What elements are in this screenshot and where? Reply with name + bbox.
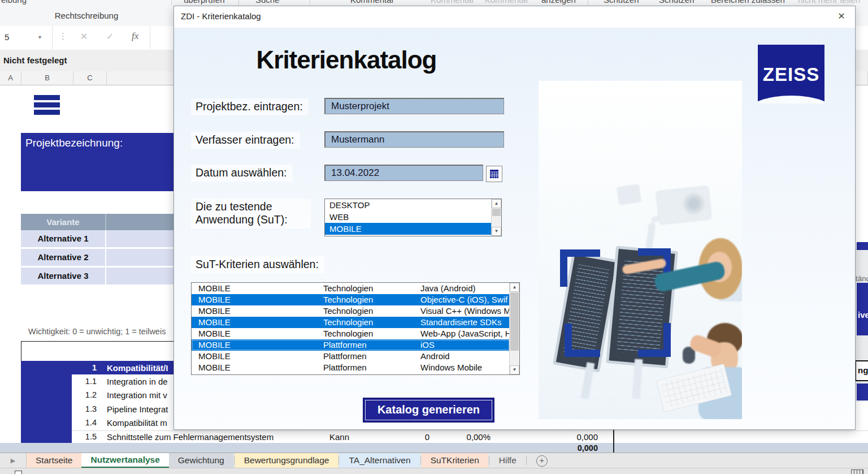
list-item-selected[interactable]: MOBILETechnologienStandardisierte SDKs (192, 317, 510, 328)
kriterien-label: SuT-Kriterien auswählen: (191, 256, 324, 273)
scrollbar-thumb[interactable] (492, 209, 501, 216)
datum-input[interactable] (324, 165, 483, 181)
ribbon-group-rechtschreibung[interactable]: Rechtschreibung (44, 11, 129, 20)
row-value: 0,000 (555, 432, 598, 442)
tab-startseite[interactable]: Startseite (27, 453, 81, 468)
right-fragment-text: tänd (856, 274, 868, 283)
row-label: Pipeline Integrat (97, 404, 168, 414)
row-number: 1.1 (72, 377, 97, 386)
ribbon-label: Bereichen zulassen (711, 0, 785, 5)
list-item-selected-focused[interactable]: MOBILEPlattformeniOS (192, 339, 510, 351)
list-item[interactable]: WEB (325, 211, 492, 223)
ribbon-label: überprüfen (184, 0, 225, 5)
scroll-down-icon[interactable]: ▼ (510, 365, 519, 374)
column-header-b[interactable]: B (21, 71, 73, 85)
more-dots-icon: ⋮ (59, 31, 67, 41)
dialog-body: Kriterienkatalog Projektbez. eintragen: … (174, 28, 855, 429)
variante-table-header: Variante (21, 214, 179, 230)
add-sheet-button[interactable]: + (536, 455, 548, 467)
katalog-generieren-button[interactable]: Katalog generieren (363, 398, 494, 423)
criteria-row: 1.2 Integration mit v (72, 388, 179, 402)
scrollbar-thumb[interactable] (510, 292, 519, 351)
tab-nutzwertanalyse[interactable]: Nutzwertanalyse (81, 453, 168, 468)
alternative-cell: Alternative 1 (21, 230, 106, 247)
scrollbar[interactable]: ▲ ▼ (509, 283, 519, 374)
scroll-up-icon[interactable]: ▲ (510, 283, 519, 292)
total-band: 0,000 (0, 443, 868, 453)
list-item-selected[interactable]: MOBILETechnologienObjective-C (iOS), Swi… (192, 294, 510, 305)
list-item-selected[interactable]: MOBILE (325, 223, 492, 235)
zeiss-logo-text: ZEISS (758, 64, 824, 85)
tab-ta-alternativen[interactable]: TA_Alternativen (340, 453, 419, 468)
scroll-down-icon[interactable]: ▼ (492, 227, 501, 236)
marketing-photo (539, 81, 742, 419)
hamburger-menu-icon[interactable] (34, 95, 60, 115)
ribbon-label: Suche (255, 0, 280, 5)
grid-view-icon[interactable] (851, 469, 863, 474)
accept-icon[interactable]: ✓ (106, 31, 114, 42)
row-number: 1.3 (72, 404, 97, 413)
list-item[interactable]: MOBILEPlattformenAndroid (192, 351, 510, 362)
column-header-c[interactable]: C (73, 71, 107, 85)
projektbezeichnung-box: Projektbezeichnung: (21, 133, 179, 191)
sheet-tab-bar: ▶ Startseite Nutzwertanalyse Gewichtung … (0, 453, 868, 468)
ribbon-label: anzeigen (541, 0, 576, 5)
criteria-row-1-5: 1.5 Schnittstelle zum Fehlermanagementsy… (72, 430, 868, 443)
column-header-a[interactable]: A (0, 71, 21, 85)
fragment-label: ive (858, 310, 868, 320)
calendar-button[interactable] (486, 166, 502, 182)
cancel-icon[interactable]: ✕ (80, 31, 88, 42)
sheet-nav-arrow[interactable]: ▶ (0, 453, 27, 468)
datum-field-label: Datum auswählen: (191, 165, 293, 182)
criteria-row: 1.4 Kompatibilität m (72, 416, 179, 429)
row-label: Schnittstelle zum Fehlermanagementsystem (107, 432, 274, 442)
projekt-field-label: Projektbez. eintragen: (191, 98, 309, 115)
projekt-input[interactable] (324, 98, 504, 114)
sut-listbox[interactable]: DESKTOP WEB MOBILE ▲ ▼ (324, 199, 502, 236)
list-item[interactable]: MOBILEPlattformenWindows Mobile (192, 362, 510, 373)
row-number: 1.4 (72, 418, 97, 427)
table-row: Alternative 1 (21, 230, 179, 249)
tab-hilfe[interactable]: Hilfe (490, 453, 526, 468)
scrollbar[interactable]: ▲ ▼ (491, 199, 501, 236)
calendar-icon (489, 169, 499, 179)
total-value: 0,000 (554, 443, 598, 453)
row-kann: Kann (329, 432, 349, 442)
table-row: Alternative 2 (21, 249, 179, 268)
frame-bracket (638, 323, 671, 357)
right-fragment-box: ng (855, 360, 868, 381)
kriterien-listbox[interactable]: MOBILETechnologienJava (Android) MOBILET… (191, 282, 520, 375)
status-checkbox-icon (15, 471, 22, 474)
verfasser-input[interactable] (324, 131, 504, 148)
row-number: 1.2 (72, 390, 97, 399)
sut-field-label: Die zu testende Anwendung (SuT): (191, 199, 311, 229)
navy-column-block (21, 361, 72, 453)
wichtigkeit-note: Wichtigkeit: 0 = unwichtig; 1 = teilweis (28, 327, 166, 336)
tab-sutkriterien[interactable]: SuTKriterien (422, 453, 488, 468)
row-number: 1 (72, 363, 97, 372)
name-box-value: 5 (5, 32, 9, 42)
variante-header-cell: Variante (21, 214, 106, 230)
list-item[interactable]: MOBILETechnologienVisual C++ (Windows M (192, 305, 510, 317)
ribbon-label: Kommentar (431, 0, 475, 5)
list-item[interactable]: DESKTOP (325, 199, 492, 211)
list-item[interactable]: MOBILETechnologienJava (Android) (192, 283, 510, 294)
row-label: Kompatibilität m (97, 418, 167, 428)
tab-gewichtung[interactable]: Gewichtung (169, 453, 233, 468)
insert-function-icon[interactable]: fx (132, 31, 138, 42)
list-item[interactable]: MOBILETechnologienWeb-App (JavaScript, H (192, 328, 510, 339)
right-fragment-navy (857, 383, 868, 400)
dialog-heading: Kriterienkatalog (214, 46, 479, 74)
close-icon[interactable]: ✕ (835, 11, 848, 21)
dialog-title-bar[interactable]: ZDI - Kriterienkatalog ✕ (174, 6, 855, 28)
row-label: Kompatibilität/I (97, 363, 168, 373)
row-label: Integration mit v (97, 390, 167, 400)
name-box[interactable]: 5 ▾ (0, 26, 53, 49)
name-box-caret-icon[interactable]: ▾ (38, 34, 41, 40)
right-fragment-navy (857, 242, 868, 250)
alternative-cell: Alternative 2 (21, 249, 106, 266)
frame-bracket (565, 324, 600, 357)
zeiss-logo: ZEISS (758, 45, 824, 104)
scroll-up-icon[interactable]: ▲ (492, 199, 501, 208)
tab-bewertungsgrundlage[interactable]: Bewertungsgrundlage (235, 453, 338, 468)
